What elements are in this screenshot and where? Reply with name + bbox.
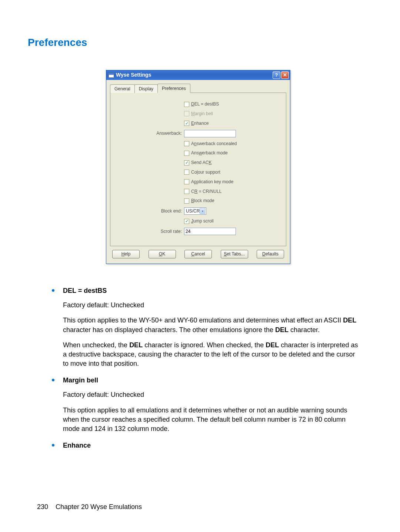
answerback-concealed-checkbox[interactable] [184,141,189,146]
wyse-settings-dialog: Wyse Settings ? ✕ General Display Prefer… [106,70,290,264]
doc-paragraph: Factory default: Unchecked [63,390,359,399]
cancel-button[interactable]: Cancel [184,250,212,258]
answerback-mode-checkbox[interactable] [184,151,189,156]
block-end-select[interactable]: US/CR ▾ [184,207,206,215]
colour-support-label: Colour support [191,169,220,175]
enhance-label: Enhance [191,120,209,127]
send-ack-checkbox[interactable] [184,160,189,165]
titlebar: Wyse Settings ? ✕ [106,70,290,80]
doc-item: Enhance [52,441,359,450]
button-row: Help OK Cancel Set Tabs... Defaults [110,246,286,260]
doc-paragraph: This option applies to all emulations an… [63,406,359,434]
answerback-concealed-label: Answerback concealed [191,141,237,147]
tab-panel-preferences: DEL = destBS Margin bell Enhance [110,93,286,246]
tab-display[interactable]: Display [134,84,158,93]
enhance-checkbox[interactable] [184,121,189,126]
answerback-input[interactable] [184,130,236,137]
tab-row: General Display Preferences [110,84,286,93]
answerback-label: Answerback: [116,130,184,137]
doc-item-title: Enhance [63,441,359,450]
tab-general[interactable]: General [110,84,135,93]
block-end-label: Block end: [116,208,184,214]
page-number: 230 [37,503,48,511]
margin-bell-checkbox[interactable] [184,111,189,116]
doc-paragraph: This option applies to the WY-50+ and WY… [63,316,359,334]
page-footer: 230 Chapter 20 Wyse Emulations [37,502,142,512]
ok-button[interactable]: OK [149,250,176,258]
app-icon [109,73,114,78]
doc-item: DEL = destBSFactory default: UncheckedTh… [52,286,359,368]
doc-item-title: Margin bell [63,376,359,385]
colour-support-checkbox[interactable] [184,170,189,175]
block-mode-label: Block mode [191,198,214,204]
cr-crnull-checkbox[interactable] [184,189,189,194]
chevron-down-icon: ▾ [200,208,205,214]
margin-bell-label: Margin bell [191,111,213,117]
jump-scroll-label: Jump scroll [191,218,214,224]
doc-item-title: DEL = destBS [63,286,359,295]
defaults-button[interactable]: Defaults [257,250,284,258]
help-titlebar-button[interactable]: ? [273,71,280,79]
scroll-rate-label: Scroll rate: [116,228,184,235]
answerback-mode-label: Answerback mode [191,150,228,156]
send-ack-label: Send ACK [191,160,211,166]
help-button[interactable]: Help [112,250,140,258]
doc-bullet-list: DEL = destBSFactory default: UncheckedTh… [37,286,359,450]
scroll-rate-input[interactable] [184,228,236,235]
block-mode-checkbox[interactable] [184,198,189,204]
tab-preferences[interactable]: Preferences [157,84,190,93]
close-button[interactable]: ✕ [281,71,289,79]
doc-paragraph: Factory default: Unchecked [63,301,359,310]
window-title: Wyse Settings [116,71,273,79]
del-destbs-label: DEL = destBS [191,101,219,107]
doc-paragraph: When unchecked, the DEL character is ign… [63,341,359,369]
jump-scroll-checkbox[interactable] [184,219,189,224]
chapter-label: Chapter 20 Wyse Emulations [56,503,142,511]
set-tabs-button[interactable]: Set Tabs... [221,250,248,258]
del-destbs-checkbox[interactable] [184,102,189,107]
doc-item: Margin bellFactory default: UncheckedThi… [52,376,359,434]
app-key-mode-label: Application key mode [191,179,233,185]
cr-crnull-label: CR = CR/NULL [191,188,221,195]
section-heading: Preferences [28,35,359,50]
app-key-mode-checkbox[interactable] [184,179,189,184]
